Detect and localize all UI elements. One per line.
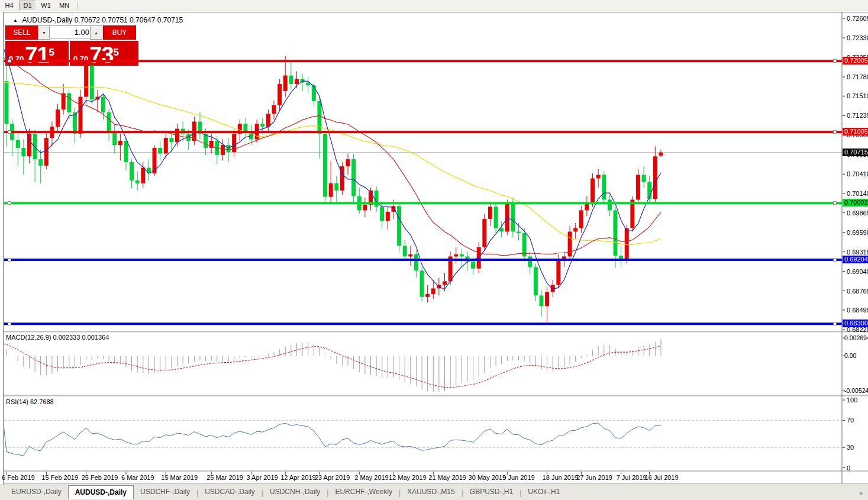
time-axis-date-label: 18 Jun 2019 xyxy=(543,474,579,481)
sell-price-box[interactable]: 0.70 71 5 xyxy=(5,41,69,66)
time-axis-date-label: 16 Jul 2019 xyxy=(645,474,679,481)
price-axis-tick: 0.68495 xyxy=(847,307,868,314)
macd-axis-tick: 0.002694 xyxy=(844,334,868,341)
volume-increase-button[interactable]: ▲ xyxy=(90,25,102,40)
toolbar-separator xyxy=(77,2,78,9)
time-axis-date-label: 7 Jul 2019 xyxy=(617,474,647,481)
trading-terminal: H4D1W1MN ▲ AUDUSD-,Daily 0.70672 0.70751… xyxy=(0,0,868,500)
chart-tab-bar: EURUSD-,DailyAUDUSD-,DailyUSDCHF-,Daily|… xyxy=(0,485,868,500)
chart-tab-audusd-daily[interactable]: AUDUSD-,Daily xyxy=(68,485,134,499)
time-axis-date-label: 6 Feb 2019 xyxy=(2,474,35,481)
collapse-triangle-icon[interactable]: ▲ xyxy=(13,18,18,23)
time-axis-date-label: 21 May 2019 xyxy=(428,474,466,481)
macd-axis-tick: -0.005242 xyxy=(844,387,868,394)
macd-axis-tick: 0.00 xyxy=(844,352,856,359)
price-axis-tick: 0.71235 xyxy=(847,112,868,119)
time-axis-date-label: 15 Mar 2019 xyxy=(161,474,198,481)
time-axis-date-label: 9 Jun 2019 xyxy=(502,474,534,481)
price-level-label: 0.72005 xyxy=(843,57,868,64)
time-axis-date-label: 25 Feb 2019 xyxy=(82,474,118,481)
price-axis-tick: 0.70410 xyxy=(847,170,868,178)
rsi-axis-tick: 0 xyxy=(847,464,850,472)
buy-price-big-digits: 73 xyxy=(89,46,113,64)
rsi-indicator-label: RSI(14) 62.7688 xyxy=(6,398,54,405)
rsi-axis-tick: 100 xyxy=(847,396,857,404)
chart-tab-xauusd-m15[interactable]: XAUUSD-,M15 xyxy=(401,485,462,498)
price-level-label: 0.68300 xyxy=(843,320,868,327)
chart-tab-ukoil-h1[interactable]: UKOil-,H1 xyxy=(521,485,566,498)
time-axis-date-label: 12 Apr 2019 xyxy=(280,474,315,481)
timeframe-button-d1[interactable]: D1 xyxy=(19,1,36,11)
volume-decrease-button[interactable]: ▼ xyxy=(38,25,50,40)
chart-high-value: 0.70751 xyxy=(102,16,127,24)
chart-tab-eurchf-weekly[interactable]: EURCHF-,Weekly xyxy=(328,485,398,498)
time-axis-date-label: 27 Jun 2019 xyxy=(576,474,612,481)
timeframe-button-mn[interactable]: MN xyxy=(56,1,73,11)
chart-window: ▲ AUDUSD-,Daily 0.70672 0.70751 0.70647 … xyxy=(3,12,868,485)
chart-tab-eurusd-daily[interactable]: EURUSD-,Daily xyxy=(5,485,68,498)
time-axis-date-label: 30 May 2019 xyxy=(469,474,506,481)
price-axis-tick: 0.71510 xyxy=(847,92,868,99)
buy-price-box[interactable]: 0.70 73 5 xyxy=(70,41,138,66)
chart-low-value: 0.70647 xyxy=(130,16,155,24)
one-click-trade-panel: SELL ▼ ▲ BUY 0.70 71 5 0.70 73 5 xyxy=(5,25,135,64)
current-price-label: 0.70715 xyxy=(843,149,868,156)
sell-price-big-digits: 71 xyxy=(25,46,49,64)
price-axis-tick: 0.72330 xyxy=(847,34,868,41)
rsi-axis-tick: 70 xyxy=(847,417,854,424)
rsi-axis-tick: 30 xyxy=(847,444,854,451)
price-level-label: 0.69204 xyxy=(843,256,868,263)
time-axis-date-label: 3 Apr 2019 xyxy=(247,474,278,481)
chart-tab-usdchf-daily[interactable]: USDCHF-,Daily xyxy=(134,485,196,498)
price-level-label: 0.70002 xyxy=(843,199,868,207)
chart-tab-usdcnh-daily[interactable]: USDCNH-,Daily xyxy=(263,485,327,498)
volume-input[interactable] xyxy=(49,25,92,38)
price-axis-tick: 0.71780 xyxy=(847,73,868,80)
chart-symbol-label: AUDUSD-,Daily xyxy=(22,16,73,24)
chart-tab-gbpusd-h1[interactable]: GBPUSD-,H1 xyxy=(463,485,519,498)
chart-open-value: 0.70672 xyxy=(75,16,100,24)
price-axis-tick: 0.72605 xyxy=(847,15,868,22)
trade-controls-row: SELL ▼ ▲ BUY xyxy=(5,25,135,40)
price-level-label: 0.71005 xyxy=(843,128,868,136)
time-axis-date-label: 6 Mar 2019 xyxy=(121,474,154,481)
macd-indicator-label: MACD(12,26,9) 0.002333 0.001364 xyxy=(6,334,109,341)
buy-button[interactable]: BUY xyxy=(103,25,136,40)
price-axis-tick: 0.69865 xyxy=(847,209,868,217)
time-axis-date-label: 15 Feb 2019 xyxy=(41,474,78,481)
price-axis-tick: 0.69040 xyxy=(847,268,868,275)
price-axis-tick: 0.70140 xyxy=(847,190,868,197)
sell-button[interactable]: SELL xyxy=(5,25,38,40)
chart-tab-usdcad-daily[interactable]: USDCAD-,Daily xyxy=(198,485,262,498)
timeframe-toolbar: H4D1W1MN xyxy=(0,0,868,11)
time-axis-date-label: 12 May 2019 xyxy=(389,474,427,481)
buy-price-prefix: 0.70 xyxy=(73,54,88,64)
buy-price-pip-digit: 5 xyxy=(114,50,119,56)
time-axis-date-label: 25 Mar 2019 xyxy=(206,474,243,481)
timeframe-button-h4[interactable]: H4 xyxy=(1,1,18,11)
tab-scroll-right-icon[interactable]: ▸ xyxy=(860,489,863,497)
chart-close-value: 0.70715 xyxy=(157,16,183,24)
sell-price-prefix: 0.70 xyxy=(9,54,24,64)
time-axis-date-label: 23 Apr 2019 xyxy=(315,474,350,481)
price-axis-tick: 0.69590 xyxy=(847,229,868,236)
chart-title: ▲ AUDUSD-,Daily 0.70672 0.70751 0.70647 … xyxy=(13,16,183,24)
time-axis-date-label: 2 May 2019 xyxy=(354,474,388,481)
price-axis-tick: 0.68765 xyxy=(847,288,868,295)
sell-price-pip-digit: 5 xyxy=(49,50,54,56)
price-axis-tick: 0.69315 xyxy=(847,249,868,256)
timeframe-button-w1[interactable]: W1 xyxy=(37,1,54,11)
